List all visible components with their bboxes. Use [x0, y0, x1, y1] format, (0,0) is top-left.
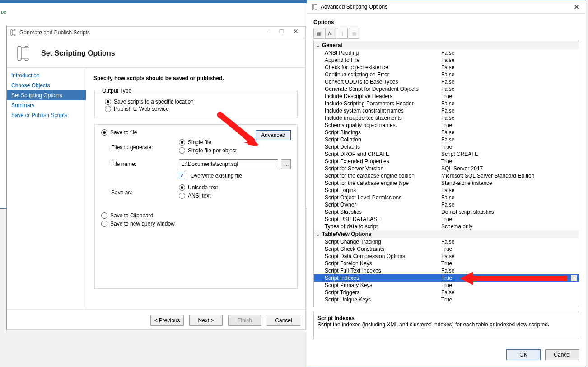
property-row[interactable]: Include Descriptive HeadersTrue▾: [314, 93, 579, 100]
property-row[interactable]: Script Change TrackingFalse▾: [314, 238, 579, 245]
property-row[interactable]: Generate Script for Dependent ObjectsFal…: [314, 85, 579, 93]
save-as-option[interactable]: ANSI text: [179, 193, 291, 199]
property-value[interactable]: True: [441, 216, 571, 222]
dropdown-icon[interactable]: ▾: [571, 275, 577, 281]
property-value[interactable]: False: [441, 115, 571, 121]
property-row[interactable]: Script Extended PropertiesTrue▾: [314, 158, 579, 165]
property-value[interactable]: False: [441, 100, 571, 107]
overwrite-checkbox[interactable]: Overwrite existing file: [179, 173, 291, 179]
property-grid[interactable]: ⌄GeneralANSI PaddingFalse▾Append to File…: [313, 41, 579, 307]
adv-titlebar[interactable]: Advanced Scripting Options ✕: [307, 0, 586, 14]
files-to-generate-option[interactable]: Single file per object: [179, 147, 291, 154]
property-value[interactable]: Stand-alone instance: [441, 180, 571, 186]
property-row[interactable]: ANSI PaddingFalse▾: [314, 49, 579, 56]
property-value[interactable]: True: [441, 122, 571, 128]
ok-button[interactable]: OK: [506, 349, 541, 360]
cancel-button[interactable]: Cancel: [545, 349, 579, 360]
property-row[interactable]: Script StatisticsDo not script statistic…: [314, 208, 579, 216]
property-value[interactable]: False: [441, 129, 571, 136]
property-pages-icon[interactable]: ▤: [349, 28, 359, 39]
nav-item-choose-objects[interactable]: Choose Objects: [7, 80, 86, 90]
property-row[interactable]: Script BindingsFalse▾: [314, 129, 579, 136]
property-row[interactable]: Script DROP and CREATEScript CREATE▾: [314, 151, 579, 158]
close-button[interactable]: ✕: [289, 28, 303, 38]
property-row[interactable]: Check for object existenceFalse▾: [314, 64, 579, 71]
previous-button[interactable]: < Previous: [150, 315, 184, 326]
property-value[interactable]: False: [441, 108, 571, 114]
property-row[interactable]: Script Foreign KeysTrue▾: [314, 260, 579, 267]
property-value[interactable]: False: [441, 64, 571, 71]
property-row[interactable]: Script CollationFalse▾: [314, 136, 579, 143]
property-row[interactable]: Convert UDDTs to Base TypesFalse▾: [314, 78, 579, 85]
property-value[interactable]: SQL Server 2017: [441, 165, 571, 172]
file-name-input[interactable]: [179, 159, 278, 169]
dest-save-to-new-query[interactable]: Save to new query window: [101, 221, 291, 227]
property-value[interactable]: False: [441, 289, 571, 296]
property-row[interactable]: Include unsupported statementsFalse▾: [314, 114, 579, 122]
property-row[interactable]: Append to FileFalse▾: [314, 56, 579, 64]
alpha-sort-icon[interactable]: A↓: [325, 28, 336, 39]
property-row[interactable]: Script Data Compression OptionsFalse▾: [314, 253, 579, 260]
property-value[interactable]: False: [441, 253, 571, 259]
property-value[interactable]: True: [441, 144, 571, 150]
property-value[interactable]: False: [441, 57, 571, 63]
property-value[interactable]: False: [441, 239, 571, 245]
property-row[interactable]: Include system constraint namesFalse▾: [314, 107, 579, 114]
property-value[interactable]: False: [441, 50, 571, 56]
property-row[interactable]: Include Scripting Parameters HeaderFalse…: [314, 100, 579, 107]
close-icon[interactable]: ✕: [571, 3, 582, 11]
property-value[interactable]: False: [441, 268, 571, 274]
property-value[interactable]: True: [441, 158, 571, 165]
property-value[interactable]: False: [441, 202, 571, 208]
files-to-generate-option[interactable]: Single file: [179, 139, 291, 146]
property-value[interactable]: Do not script statistics: [441, 209, 571, 215]
browse-button[interactable]: ...: [281, 159, 291, 169]
property-value[interactable]: Script CREATE: [441, 151, 571, 157]
property-row[interactable]: Script TriggersFalse▾: [314, 289, 579, 296]
dest-save-to-clipboard[interactable]: Save to Clipboard: [101, 212, 291, 219]
property-value[interactable]: False: [441, 79, 571, 85]
property-value[interactable]: True: [441, 93, 571, 99]
save-as-option[interactable]: Unicode text: [179, 184, 291, 191]
cancel-button[interactable]: Cancel: [267, 315, 300, 326]
property-group-header[interactable]: ⌄General: [314, 41, 579, 49]
minimize-button[interactable]: —: [260, 28, 274, 38]
property-row[interactable]: Script DefaultsTrue▾: [314, 143, 579, 151]
nav-item-set-scripting-options[interactable]: Set Scripting Options: [7, 90, 86, 100]
property-value[interactable]: Microsoft SQL Server Standard Edition: [441, 173, 571, 179]
property-row[interactable]: Script Object-Level PermissionsFalse▾: [314, 194, 579, 201]
property-row[interactable]: Script for Server VersionSQL Server 2017…: [314, 165, 579, 172]
property-row[interactable]: Script IndexesTrue▾: [314, 274, 579, 282]
property-row[interactable]: Schema qualify object names.True▾: [314, 122, 579, 129]
maximize-button[interactable]: □: [274, 28, 289, 38]
nav-item-save-or-publish-scripts[interactable]: Save or Publish Scripts: [7, 110, 86, 120]
property-row[interactable]: Script Unique KeysTrue▾: [314, 296, 579, 303]
property-row[interactable]: Script OwnerFalse▾: [314, 201, 579, 208]
property-row[interactable]: Continue scripting on ErrorFalse▾: [314, 71, 579, 78]
property-value[interactable]: False: [441, 86, 571, 92]
property-value[interactable]: False: [441, 187, 571, 193]
property-value[interactable]: True: [441, 296, 571, 303]
advanced-button[interactable]: Advanced: [256, 130, 291, 140]
property-value[interactable]: Schema only: [441, 223, 571, 230]
property-row[interactable]: Script Check ConstraintsTrue▾: [314, 245, 579, 253]
property-row[interactable]: Types of data to scriptSchema only▾: [314, 223, 579, 230]
property-row[interactable]: Script for the database engine typeStand…: [314, 179, 579, 187]
next-button[interactable]: Next >: [189, 315, 223, 326]
property-row[interactable]: Script LoginsFalse▾: [314, 187, 579, 194]
property-group-header[interactable]: ⌄Table/View Options: [314, 230, 579, 238]
property-value[interactable]: False: [441, 136, 571, 143]
property-value[interactable]: False: [441, 194, 571, 201]
property-value[interactable]: True: [441, 260, 571, 267]
property-row[interactable]: Script Primary KeysTrue▾: [314, 282, 579, 289]
categorized-icon[interactable]: ▦: [313, 28, 324, 39]
output-type-option[interactable]: Save scripts to a specific location: [105, 99, 292, 105]
property-row[interactable]: Script USE DATABASETrue▾: [314, 216, 579, 223]
wizard-titlebar[interactable]: Generate and Publish Scripts — □ ✕: [7, 26, 306, 39]
property-value[interactable]: False: [441, 71, 571, 78]
property-value[interactable]: True: [441, 275, 571, 281]
nav-item-summary[interactable]: Summary: [7, 100, 86, 110]
output-type-option[interactable]: Publish to Web service: [105, 106, 292, 112]
property-row[interactable]: Script for the database engine editionMi…: [314, 172, 579, 179]
property-row[interactable]: Script Full-Text IndexesFalse▾: [314, 267, 579, 274]
